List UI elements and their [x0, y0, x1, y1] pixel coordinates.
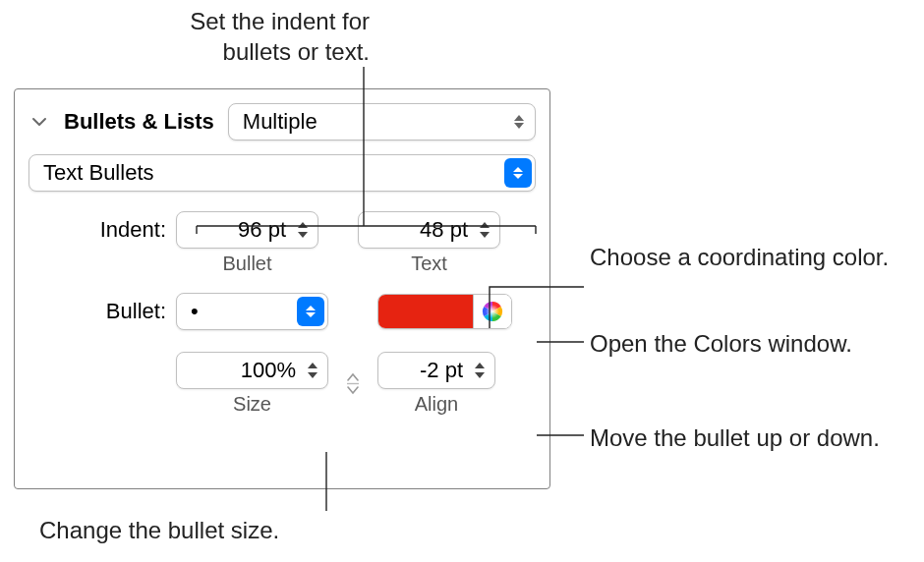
- bullet-type-popup[interactable]: Text Bullets: [29, 154, 536, 192]
- updown-icon: [504, 158, 532, 188]
- bullet-size-value: 100%: [189, 358, 302, 383]
- bullet-align-value: -2 pt: [390, 358, 469, 383]
- stepper-arrows[interactable]: [474, 219, 495, 241]
- text-indent-stepper[interactable]: 48 pt: [358, 211, 500, 249]
- bullet-size-stepper[interactable]: 100%: [176, 352, 328, 389]
- section-title: Bullets & Lists: [64, 109, 214, 135]
- bullet-label: Bullet:: [29, 299, 176, 324]
- size-sublabel: Size: [233, 393, 271, 416]
- list-style-popup[interactable]: Multiple: [228, 103, 536, 140]
- bullet-indent-stepper[interactable]: 96 pt: [176, 211, 318, 249]
- callout-size: Change the bullet size.: [39, 515, 279, 545]
- chevron-down-icon: [31, 114, 47, 130]
- bullet-align-stepper[interactable]: -2 pt: [377, 352, 495, 389]
- align-sublabel: Align: [415, 393, 458, 416]
- stepper-arrows[interactable]: [469, 360, 491, 381]
- stepper-arrows[interactable]: [302, 360, 323, 381]
- indent-label: Indent:: [29, 217, 176, 243]
- text-indent-value: 48 pt: [371, 217, 474, 243]
- bullet-indent-value: 96 pt: [189, 217, 292, 243]
- bullets-lists-panel: Bullets & Lists Multiple Text Bullets In…: [14, 88, 550, 489]
- color-wheel-icon: [482, 301, 503, 322]
- callout-color-wheel: Open the Colors window.: [590, 328, 924, 359]
- svg-point-0: [483, 302, 502, 321]
- bullet-symbol-value: •: [191, 301, 199, 322]
- text-indent-sublabel: Text: [411, 253, 447, 275]
- updown-icon: [297, 297, 324, 326]
- list-style-value: Multiple: [243, 109, 318, 135]
- updown-icon: [513, 114, 525, 130]
- bullet-type-value: Text Bullets: [43, 160, 154, 186]
- stepper-arrows[interactable]: [292, 219, 314, 241]
- disclosure-toggle[interactable]: [29, 111, 50, 133]
- bullet-indent-sublabel: Bullet: [222, 253, 271, 275]
- vertical-align-icon: [346, 372, 360, 395]
- callout-color: Choose a coordinating color.: [590, 242, 904, 272]
- bullet-color-well[interactable]: [378, 295, 473, 328]
- callout-indent: Set the indent for bullets or text.: [144, 6, 370, 67]
- open-colors-button[interactable]: [473, 295, 511, 328]
- bullet-color-controls: [377, 294, 512, 329]
- bullet-symbol-popup[interactable]: •: [176, 293, 328, 330]
- callout-align: Move the bullet up or down.: [590, 422, 904, 453]
